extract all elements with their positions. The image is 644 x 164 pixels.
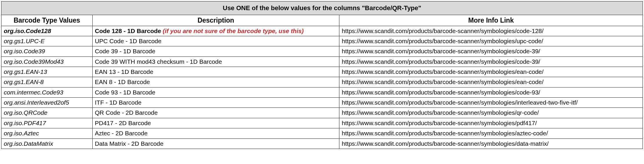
cell-description: Code 128 - 1D Barcode (if you are not su… [92, 26, 339, 36]
table-row: org.iso.AztecAztec - 2D Barcodehttps://w… [1, 128, 643, 139]
description-text: Code 128 - 1D Barcode [95, 28, 163, 34]
table-row: org.iso.Code39Mod43Code 39 WITH mod43 ch… [1, 57, 643, 67]
description-text: Code 93 - 1D Barcode [95, 89, 155, 96]
description-text: ITF - 1D Barcode [95, 99, 142, 106]
table-row: org.iso.Code128Code 128 - 1D Barcode (if… [1, 26, 643, 36]
header-type: Barcode Type Values [1, 15, 93, 26]
cell-link: https://www.scandit.com/products/barcode… [339, 77, 643, 87]
header-desc: Description [92, 15, 339, 26]
cell-link: https://www.scandit.com/products/barcode… [339, 128, 643, 139]
cell-description: Code 39 - 1D Barcode [92, 46, 339, 57]
description-text: Code 39 - 1D Barcode [95, 48, 155, 54]
table-row: org.gs1.EAN-13EAN 13 - 1D Barcodehttps:/… [1, 67, 643, 77]
table-row: org.iso.DataMatrixData Matrix - 2D Barco… [1, 139, 643, 149]
cell-link: https://www.scandit.com/products/barcode… [339, 67, 643, 77]
cell-type: org.iso.Code128 [1, 26, 93, 36]
cell-type: org.ansi.Interleaved2of5 [1, 98, 93, 108]
table-row: com.intermec.Code93Code 93 - 1D Barcodeh… [1, 87, 643, 97]
table-title-row: Use ONE of the below values for the colu… [1, 1, 643, 15]
description-text: UPC Code - 1D Barcode [95, 38, 162, 44]
table-row: org.iso.PDF417PD417 - 2D Barcodehttps://… [1, 118, 643, 128]
cell-description: QR Code - 2D Barcode [92, 108, 339, 118]
description-hint: (if you are not sure of the barcode type… [163, 28, 304, 34]
cell-type: org.iso.QRCode [1, 108, 93, 118]
table-row: org.gs1.UPC-EUPC Code - 1D Barcodehttps:… [1, 36, 643, 46]
cell-type: org.gs1.EAN-13 [1, 67, 93, 77]
table-header-row: Barcode Type Values Description More Inf… [1, 15, 643, 26]
cell-type: org.iso.Code39Mod43 [1, 57, 93, 67]
cell-type: org.iso.DataMatrix [1, 139, 93, 149]
cell-link: https://www.scandit.com/products/barcode… [339, 108, 643, 118]
table-row: org.iso.Code39Code 39 - 1D Barcodehttps:… [1, 46, 643, 57]
cell-description: EAN 8 - 1D Barcode [92, 77, 339, 87]
cell-link: https://www.scandit.com/products/barcode… [339, 98, 643, 108]
description-text: Data Matrix - 2D Barcode [95, 140, 164, 147]
cell-type: org.gs1.UPC-E [1, 36, 93, 46]
header-link: More Info Link [339, 15, 643, 26]
cell-description: Data Matrix - 2D Barcode [92, 139, 339, 149]
cell-description: Code 39 WITH mod43 checksum - 1D Barcode [92, 57, 339, 67]
cell-description: Code 93 - 1D Barcode [92, 87, 339, 97]
description-text: EAN 13 - 1D Barcode [95, 68, 153, 75]
cell-description: ITF - 1D Barcode [92, 98, 339, 108]
barcode-types-table: Use ONE of the below values for the colu… [1, 1, 643, 149]
cell-link: https://www.scandit.com/products/barcode… [339, 57, 643, 67]
description-text: Aztec - 2D Barcode [95, 130, 148, 136]
cell-type: com.intermec.Code93 [1, 87, 93, 97]
table-row: org.iso.QRCodeQR Code - 2D Barcodehttps:… [1, 108, 643, 118]
cell-link: https://www.scandit.com/products/barcode… [339, 36, 643, 46]
cell-link: https://www.scandit.com/products/barcode… [339, 26, 643, 36]
table-row: org.ansi.Interleaved2of5ITF - 1D Barcode… [1, 98, 643, 108]
cell-type: org.iso.Code39 [1, 46, 93, 57]
cell-description: EAN 13 - 1D Barcode [92, 67, 339, 77]
cell-description: PD417 - 2D Barcode [92, 118, 339, 128]
table-row: org.gs1.EAN-8EAN 8 - 1D Barcodehttps://w… [1, 77, 643, 87]
cell-link: https://www.scandit.com/products/barcode… [339, 46, 643, 57]
cell-link: https://www.scandit.com/products/barcode… [339, 87, 643, 97]
cell-type: org.iso.Aztec [1, 128, 93, 139]
description-text: PD417 - 2D Barcode [95, 120, 151, 126]
cell-description: Aztec - 2D Barcode [92, 128, 339, 139]
cell-type: org.gs1.EAN-8 [1, 77, 93, 87]
cell-link: https://www.scandit.com/products/barcode… [339, 118, 643, 128]
description-text: QR Code - 2D Barcode [95, 109, 158, 116]
cell-link: https://www.scandit.com/products/barcode… [339, 139, 643, 149]
description-text: EAN 8 - 1D Barcode [95, 79, 150, 85]
table-title: Use ONE of the below values for the colu… [1, 1, 643, 15]
cell-type: org.iso.PDF417 [1, 118, 93, 128]
description-text: Code 39 WITH mod43 checksum - 1D Barcode [95, 58, 222, 65]
cell-description: UPC Code - 1D Barcode [92, 36, 339, 46]
